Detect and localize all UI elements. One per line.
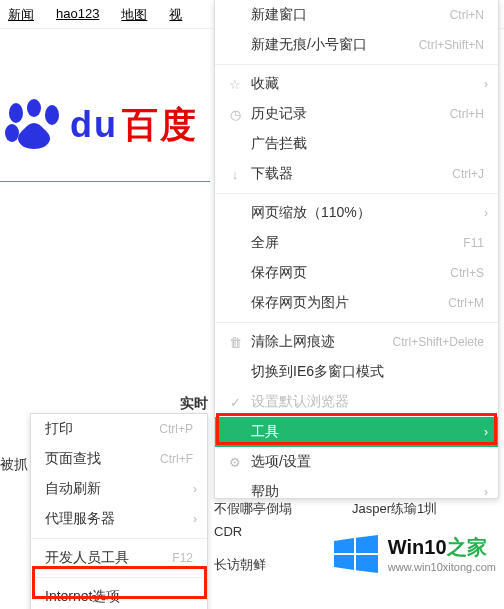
separator <box>31 577 207 578</box>
chevron-right-icon: › <box>484 206 488 220</box>
tools-submenu: 打印Ctrl+P 页面查找Ctrl+F 自动刷新› 代理服务器› 开发人员工具F… <box>30 413 208 609</box>
baidu-logo: du 百度 <box>0 29 210 182</box>
menu-save-image[interactable]: 保存网页为图片Ctrl+M <box>215 288 498 318</box>
separator <box>215 322 498 323</box>
separator <box>215 193 498 194</box>
chevron-right-icon: › <box>484 485 488 499</box>
menu-clear-trace[interactable]: 🗑清除上网痕迹Ctrl+Shift+Delete <box>215 327 498 357</box>
chevron-right-icon: › <box>193 512 197 526</box>
menu-tools[interactable]: 工具› <box>215 417 498 447</box>
svg-point-0 <box>9 103 23 123</box>
menu-save-page[interactable]: 保存网页Ctrl+S <box>215 258 498 288</box>
svg-point-2 <box>45 105 59 125</box>
brand-du: du <box>70 104 118 146</box>
menu-help[interactable]: 帮助› <box>215 477 498 507</box>
menu-fullscreen[interactable]: 全屏F11 <box>215 228 498 258</box>
svg-point-3 <box>5 124 19 142</box>
submenu-proxy[interactable]: 代理服务器› <box>31 504 207 534</box>
nav-news[interactable]: 新闻 <box>8 6 34 24</box>
nav-video[interactable]: 视 <box>169 6 182 24</box>
separator <box>31 538 207 539</box>
submenu-find[interactable]: 页面查找Ctrl+F <box>31 444 207 474</box>
menu-new-window[interactable]: 新建窗口Ctrl+N <box>215 0 498 30</box>
chevron-right-icon: › <box>484 77 488 91</box>
svg-marker-5 <box>356 535 378 553</box>
submenu-internet-options[interactable]: Internet选项 <box>31 582 207 609</box>
submenu-auto-refresh[interactable]: 自动刷新› <box>31 474 207 504</box>
menu-switch-ie6[interactable]: 切换到IE6多窗口模式 <box>215 357 498 387</box>
svg-marker-7 <box>356 555 378 573</box>
baidu-paw-icon <box>4 99 64 151</box>
watermark-brand: Win10 <box>388 536 447 558</box>
windows-logo-icon <box>332 535 380 573</box>
bg-text-d: 长访朝鲜 <box>214 556 266 574</box>
caught-label: 被抓 <box>0 456 28 474</box>
clock-icon: ◷ <box>227 107 243 122</box>
svg-marker-4 <box>334 538 354 553</box>
separator <box>215 64 498 65</box>
chevron-right-icon: › <box>193 482 197 496</box>
submenu-dev-tools[interactable]: 开发人员工具F12 <box>31 543 207 573</box>
svg-point-1 <box>27 99 41 117</box>
submenu-print[interactable]: 打印Ctrl+P <box>31 414 207 444</box>
trash-icon: 🗑 <box>227 335 243 350</box>
download-icon: ↓ <box>227 167 243 182</box>
menu-downloads[interactable]: ↓下载器Ctrl+J <box>215 159 498 189</box>
menu-set-default[interactable]: ✓设置默认浏览器 <box>215 387 498 417</box>
star-icon: ☆ <box>227 77 243 92</box>
brand-cn: 百度 <box>122 101 198 150</box>
svg-marker-6 <box>334 555 354 570</box>
nav-map[interactable]: 地图 <box>121 6 147 24</box>
menu-history[interactable]: ◷历史记录Ctrl+H <box>215 99 498 129</box>
chevron-right-icon: › <box>484 425 488 439</box>
gear-icon: ⚙ <box>227 455 243 470</box>
check-icon: ✓ <box>227 395 243 410</box>
realtime-label: 实时 <box>180 395 208 413</box>
menu-favorites[interactable]: ☆收藏› <box>215 69 498 99</box>
watermark-url: www.win10xitong.com <box>388 561 496 573</box>
menu-options[interactable]: ⚙选项/设置 <box>215 447 498 477</box>
watermark: Win10之家 www.win10xitong.com <box>332 534 496 573</box>
menu-zoom[interactable]: 网页缩放（110%）› <box>215 198 498 228</box>
menu-adblock[interactable]: 广告拦截 <box>215 129 498 159</box>
menu-new-incognito[interactable]: 新建无痕/小号窗口Ctrl+Shift+N <box>215 30 498 60</box>
main-menu: 新建窗口Ctrl+N 新建无痕/小号窗口Ctrl+Shift+N ☆收藏› ◷历… <box>214 0 499 499</box>
bg-text-c: CDR <box>214 524 242 539</box>
watermark-zhi: 之家 <box>447 536 487 558</box>
nav-hao123[interactable]: hao123 <box>56 6 99 24</box>
